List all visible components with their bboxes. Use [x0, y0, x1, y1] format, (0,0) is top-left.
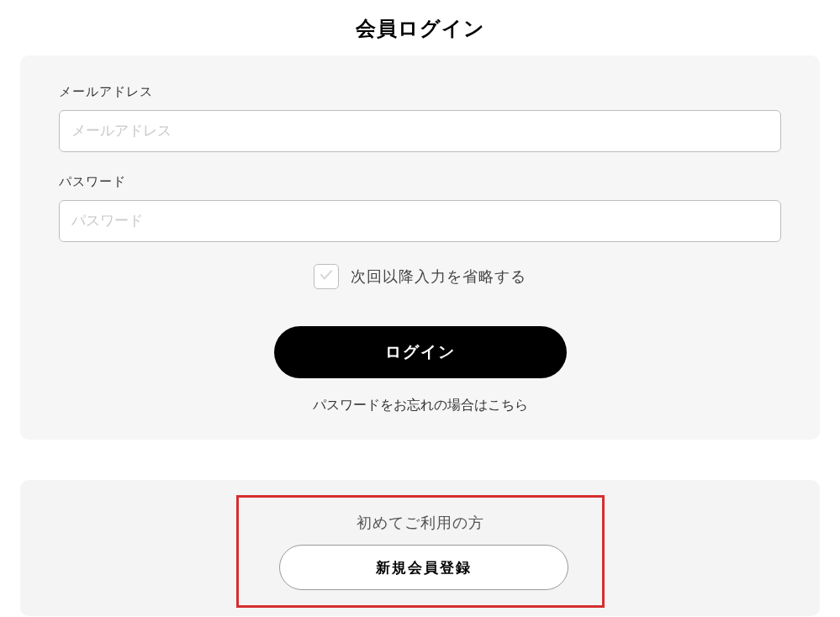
forgot-password-link[interactable]: パスワードをお忘れの場合はこちら: [59, 397, 781, 414]
remember-row: 次回以降入力を省略する: [59, 264, 781, 289]
signup-highlight-box: 初めてご利用の方 新規会員登録: [236, 495, 605, 608]
email-label: メールアドレス: [59, 84, 781, 100]
password-label: パスワード: [59, 174, 781, 190]
login-card: メールアドレス パスワード 次回以降入力を省略する ログイン パスワードをお忘れ…: [20, 55, 820, 440]
signup-card: 初めてご利用の方 新規会員登録: [20, 480, 820, 616]
login-button[interactable]: ログイン: [274, 326, 567, 378]
remember-label: 次回以降入力を省略する: [351, 266, 526, 287]
email-group: メールアドレス: [59, 84, 781, 152]
section-spacer: [20, 440, 820, 480]
check-icon: [319, 267, 334, 286]
page-title: 会員ログイン: [20, 15, 820, 42]
password-field[interactable]: [59, 200, 781, 242]
signup-button[interactable]: 新規会員登録: [279, 545, 568, 590]
signup-heading: 初めてご利用の方: [279, 513, 562, 533]
password-group: パスワード: [59, 174, 781, 242]
email-field[interactable]: [59, 110, 781, 152]
remember-checkbox[interactable]: [314, 264, 339, 289]
